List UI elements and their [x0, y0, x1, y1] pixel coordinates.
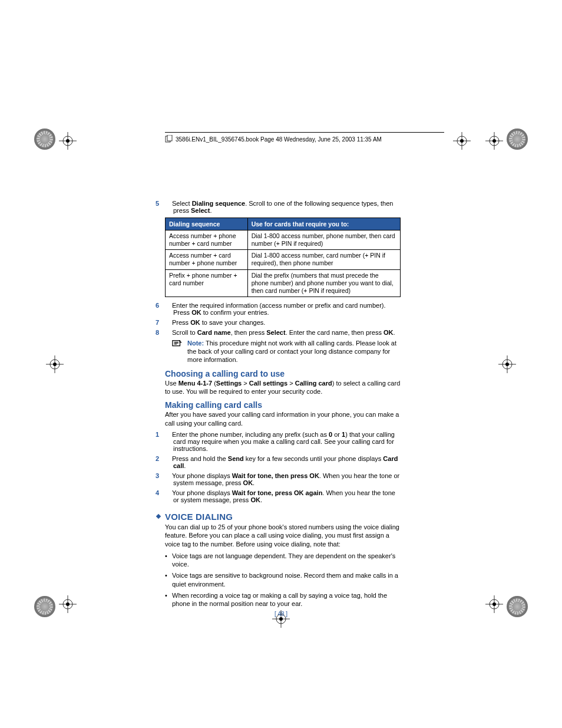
heading-making: Making calling card calls [165, 400, 401, 410]
list-item: Voice tags are not language dependent. T… [165, 552, 401, 569]
making-step-1: 1Enter the phone number, including any p… [165, 431, 401, 452]
step-number: 4 [164, 489, 172, 496]
step-number: 1 [164, 431, 172, 438]
registration-mark-icon [59, 132, 77, 150]
svg-point-11 [53, 363, 57, 366]
table-row: Prefix + phone number + card number Dial… [166, 269, 401, 297]
table-header-row: Dialing sequence Use for cards that requ… [166, 218, 401, 230]
making-step-4: 4Your phone displays Wait for tone, pres… [165, 489, 401, 503]
table-cell: Dial the prefix (numbers that must prece… [247, 269, 400, 297]
heading-choosing: Choosing a calling card to use [165, 369, 401, 378]
step-6: 6Enter the required information (access … [165, 302, 401, 316]
book-header: 3586i.ENv1_BIL_9356745.book Page 48 Wedn… [165, 132, 444, 147]
crop-corner-icon [34, 129, 55, 150]
step-8: 8Scroll to Card name, then press Select.… [165, 329, 401, 336]
svg-rect-33 [167, 135, 172, 141]
note-block: Note: This procedure might not work with… [165, 339, 401, 364]
step-7: 7Press OK to save your changes. [165, 319, 401, 326]
svg-point-15 [505, 363, 509, 366]
svg-point-3 [66, 139, 70, 143]
table-cell: Access number + phone number + card numb… [166, 230, 248, 250]
registration-mark-icon [46, 355, 64, 373]
step-5: 5Select Dialing sequence. Scroll to one … [165, 200, 401, 214]
svg-point-31 [460, 139, 464, 143]
table-cell: Dial 1-800 access number, phone number, … [247, 230, 400, 250]
list-item: Voice tags are sensitive to background n… [165, 571, 401, 588]
registration-mark-icon [485, 132, 503, 150]
step-number: 7 [164, 319, 172, 326]
table-cell: Prefix + phone number + card number [166, 269, 248, 297]
making-step-3: 3Your phone displays Wait for tone, then… [165, 472, 401, 486]
step-number: 3 [164, 472, 172, 479]
step-number: 5 [164, 200, 172, 207]
svg-point-7 [492, 139, 496, 143]
crop-corner-icon [507, 129, 528, 150]
svg-point-27 [279, 617, 283, 621]
svg-point-23 [492, 602, 496, 606]
step-number: 6 [164, 302, 172, 309]
section-title: VOICE DIALING [165, 512, 233, 522]
making-step-2: 2Press and hold the Send key for a few s… [165, 455, 401, 469]
note-icon [172, 339, 183, 348]
section-bullet-icon [156, 514, 161, 519]
table-header: Dialing sequence [166, 218, 248, 230]
table-row: Access number + phone number + card numb… [166, 230, 401, 250]
section-voice-dialing: VOICE DIALING [165, 512, 401, 522]
making-intro: After you have saved your calling card i… [165, 410, 401, 427]
framemaker-icon [165, 135, 173, 143]
list-item: When recording a voice tag or making a c… [165, 591, 401, 608]
registration-mark-icon [498, 355, 516, 373]
page-content: 5Select Dialing sequence. Scroll to one … [165, 200, 401, 611]
page-number: [ 48 ] [0, 611, 562, 617]
voice-bullet-list: Voice tags are not language dependent. T… [165, 552, 401, 608]
table-cell: Dial 1-800 access number, card number (+… [247, 250, 400, 269]
table-cell: Access number + card number + phone numb… [166, 250, 248, 269]
voice-intro: You can dial up to 25 of your phone book… [165, 523, 401, 548]
registration-mark-icon [453, 132, 471, 150]
table-header: Use for cards that require you to: [247, 218, 400, 230]
note-text: Note: This procedure might not work with… [187, 339, 401, 364]
table-row: Access number + card number + phone numb… [166, 250, 401, 269]
choose-text: Use Menu 4-1-7 (Settings > Call settings… [165, 379, 401, 396]
header-text: 3586i.ENv1_BIL_9356745.book Page 48 Wedn… [176, 136, 382, 143]
dialing-sequence-table: Dialing sequence Use for cards that requ… [165, 218, 401, 297]
svg-point-19 [66, 602, 70, 606]
step-number: 2 [164, 455, 172, 462]
step-number: 8 [164, 329, 172, 336]
